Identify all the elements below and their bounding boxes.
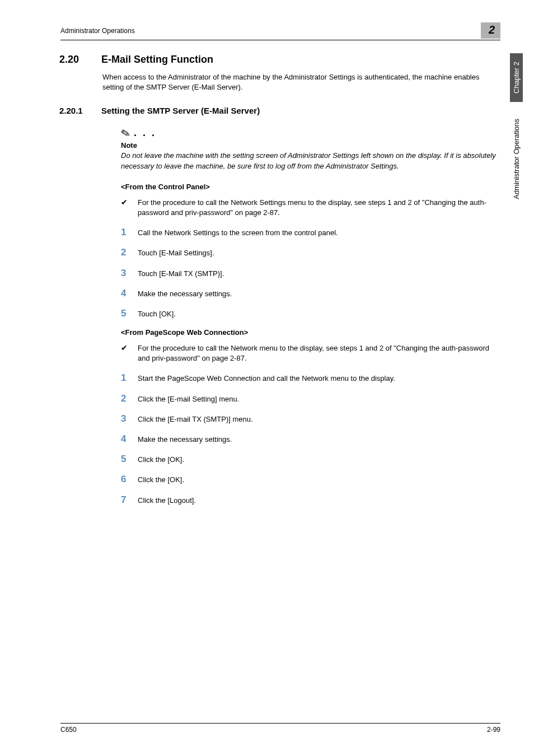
step-text: Touch [OK]. xyxy=(138,309,500,319)
note-block: ✎ . . . Note Do not leave the machine wi… xyxy=(121,127,500,171)
panel2-heading: <From PageScope Web Connection> xyxy=(121,328,500,337)
subsection-heading: 2.20.1 Setting the SMTP Server (E-Mail S… xyxy=(59,106,500,115)
check-icon: ✔ xyxy=(121,343,138,352)
side-tab: Chapter 2 Administrator Operations xyxy=(510,53,523,211)
step-text: Click the [E-mail Setting] menu. xyxy=(138,394,500,404)
step-text: Touch [E-Mail Settings]. xyxy=(138,248,500,258)
step-number: 4 xyxy=(121,433,138,445)
panel2-prereq-row: ✔ For the procedure to call the Network … xyxy=(121,343,500,363)
sidetab-section: Administrator Operations xyxy=(510,108,523,211)
step-number: 6 xyxy=(121,474,138,485)
panel2-step: 4 Make the necessary settings. xyxy=(121,433,500,445)
note-icon: ✎ xyxy=(119,126,132,142)
step-text: Make the necessary settings. xyxy=(138,435,500,445)
panel1-step: 2 Touch [E-Mail Settings]. xyxy=(121,247,500,258)
step-number: 5 xyxy=(121,454,138,465)
subsection-number: 2.20.1 xyxy=(59,106,101,115)
note-dots: . . . xyxy=(134,127,156,139)
step-number: 2 xyxy=(121,247,138,258)
note-text: Do not leave the machine with the settin… xyxy=(121,151,500,171)
panel2-prereq: For the procedure to call the Network me… xyxy=(138,343,500,363)
panel1-step: 1 Call the Network Settings to the scree… xyxy=(121,227,500,238)
check-icon: ✔ xyxy=(121,198,138,207)
step-number: 1 xyxy=(121,372,138,384)
step-number: 5 xyxy=(121,308,138,319)
page-header: Administrator Operations 2 xyxy=(60,22,500,40)
subsection-title: Setting the SMTP Server (E-Mail Server) xyxy=(101,106,260,115)
panel1-prereq: For the procedure to call the Network Se… xyxy=(138,198,500,218)
page-footer: C650 2-99 xyxy=(60,723,500,734)
panel1-prereq-row: ✔ For the procedure to call the Network … xyxy=(121,198,500,218)
section-number: 2.20 xyxy=(59,54,101,66)
step-number: 3 xyxy=(121,268,138,279)
panel2-step: 7 Click the [Logout]. xyxy=(121,494,500,506)
panel1-heading: <From the Control Panel> xyxy=(121,183,500,191)
panel2-step: 5 Click the [OK]. xyxy=(121,454,500,465)
header-title: Administrator Operations xyxy=(60,27,135,35)
section-intro: When access to the Administrator of the … xyxy=(102,72,500,92)
section-heading: 2.20 E-Mail Setting Function xyxy=(59,54,500,66)
note-label: Note xyxy=(121,141,500,150)
step-text: Call the Network Settings to the screen … xyxy=(138,228,500,238)
step-text: Touch [E-Mail TX (SMTP)]. xyxy=(138,269,500,279)
step-number: 3 xyxy=(121,413,138,424)
step-text: Click the [OK]. xyxy=(138,455,500,465)
step-number: 2 xyxy=(121,393,138,404)
panel1-step: 4 Make the necessary settings. xyxy=(121,288,500,299)
panel1-step: 3 Touch [E-Mail TX (SMTP)]. xyxy=(121,268,500,279)
panel1-step: 5 Touch [OK]. xyxy=(121,308,500,319)
panel2-step: 2 Click the [E-mail Setting] menu. xyxy=(121,393,500,404)
step-text: Click the [Logout]. xyxy=(138,496,500,506)
panel2-step: 6 Click the [OK]. xyxy=(121,474,500,485)
step-text: Click the [OK]. xyxy=(138,475,500,485)
sidetab-chapter: Chapter 2 xyxy=(510,53,523,102)
panel2-step: 1 Start the PageScope Web Connection and… xyxy=(121,372,500,384)
chapter-badge: 2 xyxy=(481,22,500,39)
step-number: 1 xyxy=(121,227,138,238)
step-number: 7 xyxy=(121,494,138,506)
footer-model: C650 xyxy=(60,726,77,734)
footer-page: 2-99 xyxy=(487,726,500,734)
step-text: Click the [E-mail TX (SMTP)] menu. xyxy=(138,414,500,424)
step-text: Start the PageScope Web Connection and c… xyxy=(138,374,500,384)
panel2-step: 3 Click the [E-mail TX (SMTP)] menu. xyxy=(121,413,500,424)
step-number: 4 xyxy=(121,288,138,299)
section-title: E-Mail Setting Function xyxy=(101,54,213,66)
step-text: Make the necessary settings. xyxy=(138,289,500,299)
